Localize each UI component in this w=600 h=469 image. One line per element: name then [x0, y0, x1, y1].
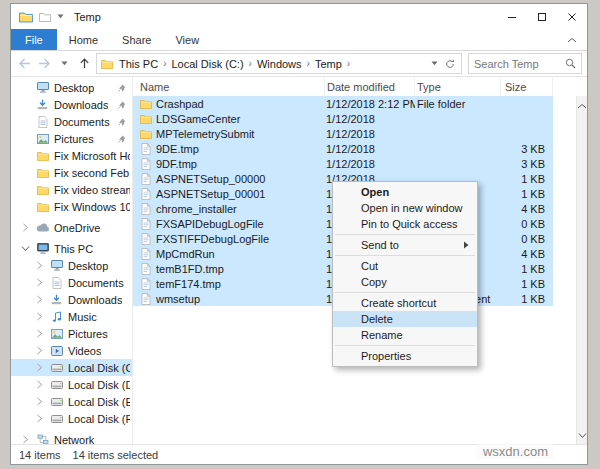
sidebar-item-label: Fix second Feb — [54, 167, 129, 179]
drive-icon — [49, 364, 64, 372]
file-date: 1/12/2018 — [325, 158, 415, 170]
sidebar-item-downloads[interactable]: Downloads — [11, 291, 132, 308]
file-row[interactable]: 9DE.tmp1/12/20183 KB — [133, 141, 553, 156]
menu-item-open[interactable]: Open — [333, 184, 477, 200]
refresh-icon[interactable] — [443, 59, 457, 69]
folder-icon — [139, 114, 152, 124]
menu-item-cut[interactable]: Cut — [333, 258, 477, 274]
column-header-size[interactable]: Size — [501, 77, 553, 96]
file-row[interactable]: 9DF.tmp1/12/20183 KB — [133, 156, 553, 171]
chevron-down-icon[interactable] — [19, 245, 31, 252]
menu-item-pin-to-quick-access[interactable]: Pin to Quick access — [333, 216, 477, 232]
menu-item-open-in-new-window[interactable]: Open in new window — [333, 200, 477, 216]
chevron-right-icon[interactable] — [33, 312, 45, 321]
sidebar-item-pictures[interactable]: Pictures — [11, 130, 132, 147]
sidebar-item-downloads[interactable]: Downloads — [11, 96, 132, 113]
file-icon — [139, 203, 152, 215]
breadcrumb-item[interactable]: Windows — [253, 58, 306, 70]
breadcrumb-item[interactable]: Local Disk (C:) — [167, 58, 247, 70]
file-name: temB1FD.tmp — [156, 263, 224, 275]
file-row[interactable]: MPTelemetrySubmit1/12/2018 — [133, 126, 553, 141]
sidebar-item-fix-second-feb[interactable]: Fix second Feb — [11, 164, 132, 181]
sidebar-item-pictures[interactable]: Pictures — [11, 325, 132, 342]
menu-item-copy[interactable]: Copy — [333, 274, 477, 290]
sidebar-item-fix-video-stream[interactable]: Fix video stream — [11, 181, 132, 198]
file-date: 1/12/2018 2:12 PM — [325, 98, 415, 110]
downloads-icon — [35, 99, 50, 110]
desktop-icon — [35, 82, 50, 93]
recent-locations-dropdown-icon[interactable] — [56, 61, 73, 66]
file-name: 9DF.tmp — [156, 158, 197, 170]
sidebar-item-music[interactable]: Music — [11, 308, 132, 325]
sidebar-item-desktop[interactable]: Desktop — [11, 79, 132, 96]
menu-item-label: Create shortcut — [361, 297, 436, 309]
breadcrumb-item[interactable]: This PC — [115, 58, 162, 70]
sidebar-item-local-disk-d-[interactable]: Local Disk (D:) — [11, 376, 132, 393]
sidebar-item-videos[interactable]: Videos — [11, 342, 132, 359]
sidebar-item-fix-microsoft-ho[interactable]: Fix Microsoft Ho — [11, 147, 132, 164]
sidebar-item-fix-windows-10-i[interactable]: Fix Windows 10 i — [11, 198, 132, 215]
sidebar-item-onedrive[interactable]: OneDrive — [11, 219, 132, 236]
sidebar-item-documents[interactable]: Documents — [11, 113, 132, 130]
chevron-right-icon[interactable] — [33, 295, 45, 304]
file-row[interactable]: LDSGameCenter1/12/2018 — [133, 111, 553, 126]
sidebar-item-label: Local Disk (D:) — [68, 379, 130, 391]
chevron-right-icon[interactable] — [33, 397, 45, 406]
address-box[interactable]: This PC›Local Disk (C:)›Windows›Temp› — [96, 53, 462, 74]
file-size: 3 KB — [501, 143, 553, 155]
minimize-button[interactable] — [497, 4, 527, 29]
file-size: 0 KB — [501, 233, 553, 245]
file-icon — [139, 278, 152, 290]
sidebar-item-local-disk-f-[interactable]: Local Disk (F:) — [11, 410, 132, 427]
chevron-right-icon[interactable] — [33, 346, 45, 355]
column-header-date-modified[interactable]: Date modified — [325, 77, 415, 96]
column-header-name[interactable]: Name — [133, 77, 325, 96]
chevron-right-icon[interactable] — [33, 261, 45, 270]
menu-item-rename[interactable]: Rename — [333, 327, 477, 343]
menu-item-properties[interactable]: Properties — [333, 348, 477, 364]
scroll-down-icon[interactable] — [578, 429, 587, 441]
chevron-right-icon[interactable] — [19, 223, 31, 232]
scroll-up-icon[interactable] — [577, 99, 587, 111]
qat-new-folder-icon[interactable] — [39, 12, 51, 22]
chevron-right-icon[interactable] — [33, 329, 45, 338]
ribbon-tab-view[interactable]: View — [163, 29, 211, 50]
menu-item-create-shortcut[interactable]: Create shortcut — [333, 295, 477, 311]
column-header-type[interactable]: Type — [415, 77, 501, 96]
chevron-right-icon[interactable] — [19, 435, 31, 444]
forward-button[interactable] — [36, 58, 53, 69]
back-button[interactable] — [16, 58, 33, 69]
sidebar-item-network[interactable]: Network — [11, 431, 132, 444]
sidebar-item-this-pc[interactable]: This PC — [11, 240, 132, 257]
chevron-right-icon[interactable] — [33, 414, 45, 423]
sidebar-item-label: Local Disk (C:) — [68, 362, 130, 374]
cloud-icon — [35, 223, 50, 232]
address-dropdown-icon[interactable] — [428, 61, 441, 66]
chevron-right-icon[interactable] — [33, 278, 45, 287]
ribbon-collapse-icon[interactable] — [567, 29, 577, 50]
menu-item-label: Send to — [361, 239, 399, 251]
sidebar-item-local-disk-c-[interactable]: Local Disk (C:) — [11, 359, 132, 376]
file-row[interactable]: Crashpad1/12/2018 2:12 PMFile folder — [133, 96, 553, 111]
ribbon-tab-file[interactable]: File — [11, 29, 57, 50]
menu-item-delete[interactable]: Delete — [333, 311, 477, 327]
menu-item-send-to[interactable]: Send to — [333, 237, 477, 253]
close-button[interactable] — [557, 4, 587, 29]
maximize-button[interactable] — [527, 4, 557, 29]
search-input[interactable]: Search Temp — [474, 58, 539, 70]
sidebar-item-desktop[interactable]: Desktop — [11, 257, 132, 274]
chevron-right-icon[interactable] — [33, 380, 45, 389]
ribbon-tab-home[interactable]: Home — [57, 29, 110, 50]
vertical-scrollbar[interactable] — [576, 96, 587, 444]
search-box[interactable]: Search Temp — [468, 53, 582, 74]
submenu-arrow-icon — [464, 241, 469, 249]
up-button[interactable] — [76, 58, 93, 69]
chevron-right-icon[interactable] — [33, 363, 45, 372]
file-name-cell: chrome_installer — [133, 203, 325, 215]
sidebar-item-local-disk-e-[interactable]: Local Disk (E:) — [11, 393, 132, 410]
breadcrumb-separator-icon[interactable]: › — [346, 58, 351, 69]
breadcrumb-item[interactable]: Temp — [311, 58, 346, 70]
ribbon-tab-share[interactable]: Share — [110, 29, 163, 50]
sidebar-item-documents[interactable]: Documents — [11, 274, 132, 291]
qat-customize-dropdown-icon[interactable] — [57, 14, 64, 19]
